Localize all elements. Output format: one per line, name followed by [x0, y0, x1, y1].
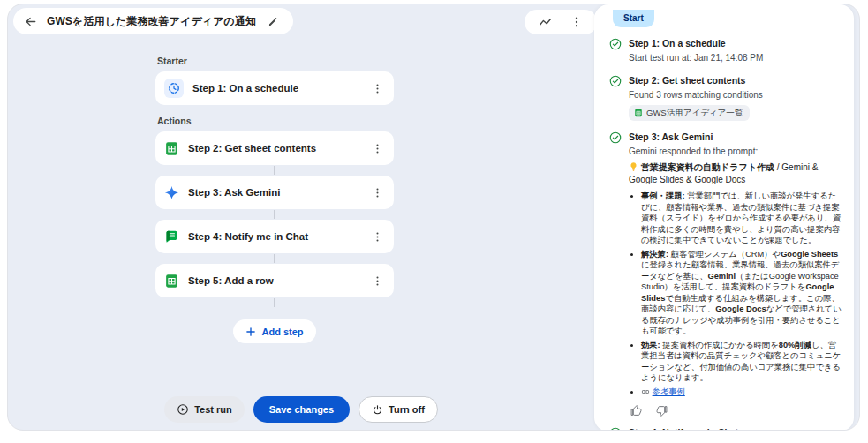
- step-menu-button[interactable]: [367, 271, 387, 290]
- step-menu-button[interactable]: [367, 139, 387, 158]
- turn-off-label: Turn off: [389, 404, 425, 415]
- gemini-prompt-title: 営業提案資料の自動ドラフト作成 / Gemini & Google Slides…: [629, 161, 842, 186]
- kebab-menu-icon: [372, 275, 383, 287]
- run-step-title: Step 1: On a schedule: [629, 37, 842, 49]
- step-menu-button[interactable]: [367, 183, 387, 202]
- actions-section-label: Actions: [157, 116, 394, 126]
- gemini-intro: Gemini responded to the prompt:: [629, 146, 758, 158]
- run-results-panel: Start Step 1: On a schedule Start test r…: [594, 4, 854, 431]
- google-sheets-icon: [634, 109, 643, 117]
- test-run-button[interactable]: Test run: [164, 396, 245, 423]
- step-card-label: Step 3: Ask Gemini: [188, 187, 359, 198]
- gemini-bullet-reference: 参考事例: [641, 387, 842, 398]
- add-step-label: Add step: [261, 327, 303, 337]
- flow-header: GWSを活用した業務改善アイディアの通知: [13, 8, 293, 34]
- step-card-label: Step 2: Get sheet contents: [188, 143, 359, 154]
- thumbs-up-button[interactable]: [630, 405, 642, 417]
- step-connector: [274, 166, 275, 175]
- step-menu-button[interactable]: [367, 227, 387, 246]
- flow-builder: Starter Step 1: On a schedule Actions St…: [155, 56, 394, 343]
- run-step-3: Step 3: Ask Gemini Gemini responded to t…: [609, 131, 842, 417]
- run-step-title: Step 2: Get sheet contents: [629, 74, 842, 86]
- lightbulb-icon: [629, 161, 638, 172]
- step-card-label: Step 4: Notify me in Chat: [188, 231, 359, 242]
- power-icon: [372, 404, 383, 416]
- step-card-notify-me-in-chat[interactable]: Step 4: Notify me in Chat: [155, 220, 394, 253]
- run-step-title: Step 4: Notify me in Chat: [629, 426, 842, 431]
- kebab-menu-icon: [372, 187, 383, 199]
- google-sheets-icon: [164, 274, 179, 289]
- step-connector: [274, 254, 275, 263]
- save-changes-button[interactable]: Save changes: [253, 396, 350, 423]
- test-run-label: Test run: [194, 404, 232, 415]
- gemini-bullet-effect: 効果: 提案資料の作成にかかる時間を80%削減し、営業担当者は資料の品質チェック…: [641, 340, 842, 384]
- gemini-bullet-solution: 解決策: 顧客管理システム（CRM）やGoogle Sheetsに登録された顧客…: [641, 249, 842, 337]
- save-changes-label: Save changes: [269, 404, 334, 415]
- run-step-title: Step 3: Ask Gemini: [629, 131, 842, 143]
- line-chart-icon: [539, 16, 552, 29]
- plus-icon: [245, 327, 256, 337]
- edit-title-button[interactable]: [263, 11, 283, 31]
- step-card-add-a-row[interactable]: Step 5: Add a row: [155, 264, 394, 297]
- kebab-menu-icon: [372, 231, 383, 243]
- add-step-button[interactable]: Add step: [233, 319, 315, 343]
- sheet-chip[interactable]: GWS活用アイディア一覧: [629, 105, 750, 121]
- run-step-4: Step 4: Notify me in Chat Sent message t…: [609, 426, 842, 431]
- activity-button[interactable]: [535, 12, 555, 32]
- run-step-1: Step 1: On a schedule Start test run at:…: [609, 37, 842, 64]
- step-card-on-a-schedule[interactable]: Step 1: On a schedule: [155, 71, 394, 105]
- gemini-icon: [164, 185, 179, 200]
- footer-actions: Test run Save changes Turn off: [8, 396, 594, 423]
- step-card-label: Step 1: On a schedule: [192, 83, 359, 94]
- thumbs-down-icon: [656, 405, 668, 417]
- thumbs-up-icon: [630, 405, 642, 417]
- thumbs-down-button[interactable]: [656, 405, 668, 417]
- check-circle-icon: [609, 38, 622, 50]
- schedule-icon: [164, 79, 184, 98]
- more-menu-button[interactable]: [567, 12, 586, 32]
- google-sheets-icon: [164, 141, 179, 156]
- kebab-menu-icon: [372, 83, 383, 94]
- step-connector: [274, 298, 275, 307]
- run-step-detail: Found 3 rows matching conditions: [629, 89, 763, 101]
- reference-link[interactable]: 参考事例: [653, 387, 685, 396]
- step-card-ask-gemini[interactable]: Step 3: Ask Gemini: [155, 176, 394, 209]
- starter-section-label: Starter: [157, 56, 394, 66]
- feedback-buttons: [630, 405, 842, 417]
- back-button[interactable]: [20, 11, 40, 31]
- prompt-title-bold: 営業提案資料の自動ドラフト作成: [641, 162, 774, 172]
- google-chat-icon: [164, 229, 179, 244]
- kebab-menu-icon: [570, 16, 583, 28]
- play-circle-icon: [177, 403, 189, 416]
- check-circle-icon: [609, 75, 622, 87]
- step-card-get-sheet-contents[interactable]: Step 2: Get sheet contents: [155, 131, 394, 165]
- pencil-icon: [268, 16, 279, 27]
- step-connector: [274, 210, 275, 219]
- run-step-detail: Start test run at: Jan 21, 14:08 PM: [629, 52, 763, 64]
- check-circle-icon: [609, 427, 622, 431]
- kebab-menu-icon: [372, 143, 383, 154]
- gemini-response-list: 事例・課題: 営業部門では、新しい商談が発生するたびに、顧客情報や業界、過去の類…: [629, 191, 842, 397]
- turn-off-button[interactable]: Turn off: [359, 396, 438, 423]
- top-actions: [525, 10, 597, 34]
- check-circle-icon: [609, 131, 622, 144]
- step-card-label: Step 5: Add a row: [188, 275, 359, 286]
- app-window: GWSを活用した業務改善アイディアの通知 Starter Step 1: On …: [7, 4, 860, 431]
- gemini-bullet-case: 事例・課題: 営業部門では、新しい商談が発生するたびに、顧客情報や業界、過去の類…: [641, 191, 842, 246]
- sheet-chip-label: GWS活用アイディア一覧: [646, 107, 743, 119]
- link-icon: [641, 387, 650, 396]
- step-menu-button[interactable]: [367, 79, 387, 98]
- flow-title: GWSを活用した業務改善アイディアの通知: [47, 14, 256, 29]
- run-step-2: Step 2: Get sheet contents Found 3 rows …: [609, 74, 842, 121]
- arrow-left-icon: [24, 15, 37, 28]
- start-chip[interactable]: Start: [613, 10, 654, 27]
